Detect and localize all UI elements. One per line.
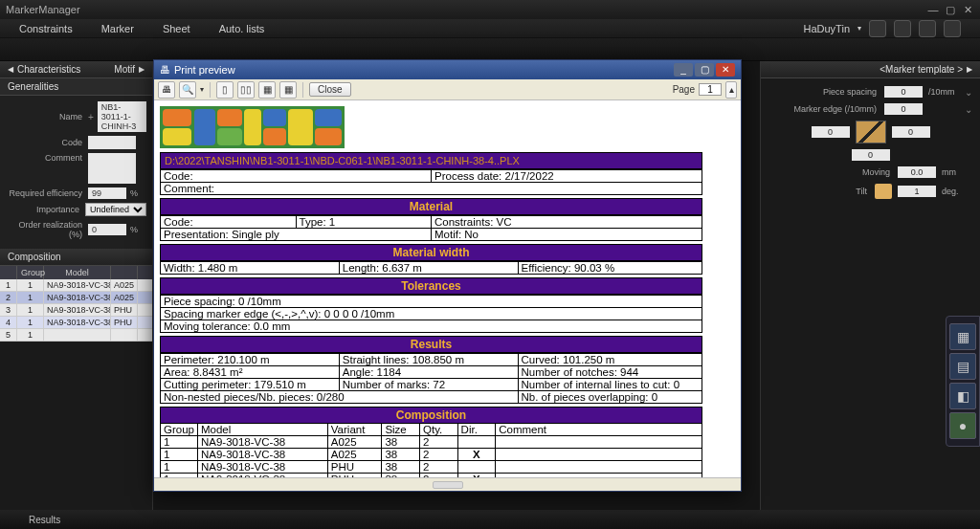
marker-thumbnail [160,106,345,148]
tool-icon-4[interactable] [944,20,961,37]
chevron-down-icon[interactable]: ⌄ [965,87,972,98]
dialog-title-text: Print preview [174,64,235,76]
dialog-max-icon[interactable]: ▢ [695,63,714,77]
dock-tabs: ▦ ▤ ◧ ● [946,316,980,447]
tool-icon-1[interactable] [869,20,886,37]
tool-icon-2[interactable] [894,20,911,37]
dialog-close-icon[interactable]: ✕ [716,63,735,77]
close-button[interactable]: Close [309,82,351,97]
code-field[interactable] [88,136,136,149]
print-preview-dialog: 🖶 Print preview _ ▢ ✕ 🖶 🔍 ▾ ▯ ▯▯ ▦ ▦ Clo… [153,59,742,492]
tol-header: Tolerances [160,277,702,295]
menu-sheet[interactable]: Sheet [163,23,190,34]
min-icon[interactable]: — [926,4,940,16]
footer: Results [0,510,980,529]
max-icon[interactable]: ▢ [944,4,957,16]
dialog-toolbar: 🖶 🔍 ▾ ▯ ▯▯ ▦ ▦ Close Page ▴ [154,79,741,100]
comp-row[interactable]: 21NA9-3018-VC-38A025 [0,292,152,304]
layout1-icon[interactable]: ▯ [216,81,234,99]
comp-header: GroupModel [0,266,152,279]
menu-autolists[interactable]: Auto. lists [219,23,265,34]
dialog-min-icon[interactable]: _ [674,63,693,77]
tilt-field[interactable]: 1 [898,186,936,197]
printer-icon: 🖶 [160,64,170,76]
comment-field[interactable] [88,153,136,184]
footer-results[interactable]: Results [29,515,60,525]
marker-edge-field[interactable]: 0 [884,103,923,115]
panel-motif[interactable]: Motif [114,64,135,75]
panel-characteristics[interactable]: ◀Characteristics Motif ▶ [0,61,152,78]
dialog-statusbar[interactable] [154,477,741,491]
comp-row[interactable]: 31NA9-3018-VC-38PHU [0,304,152,317]
dock-icon-3[interactable]: ◧ [949,383,976,409]
moving-field[interactable]: 0.0 [898,166,936,178]
edge-right[interactable]: 0 [892,126,930,138]
piece-spacing-field[interactable]: 0 [884,86,923,98]
order-real-field[interactable]: 0 [88,224,126,235]
edge-left[interactable]: 0 [812,126,850,138]
dialog-body[interactable]: D:\2022\TANSHIN\NB1-3011-1\NBD-C061-1\NB… [154,100,741,477]
print-icon[interactable]: 🖶 [158,81,175,99]
importance-select[interactable]: Undefined [85,203,146,216]
menu-marker[interactable]: Marker [101,23,134,34]
req-eff-field[interactable]: 99 [88,187,126,199]
layout2-icon[interactable]: ▯▯ [237,81,255,99]
panel-composition[interactable]: Composition [0,249,152,266]
page-label: Page [673,84,695,95]
material-header: Material [160,198,702,215]
user-name[interactable]: HaDuyTin [804,23,851,34]
chevron-down-icon[interactable]: ⌄ [965,104,972,115]
layout3-icon[interactable]: ▦ [258,81,276,99]
close-icon[interactable]: ✕ [961,4,974,16]
page-input[interactable] [699,83,722,96]
dock-icon-1[interactable]: ▦ [949,323,976,350]
edge-bottom[interactable]: 0 [852,149,890,161]
edge-swatch-icon [856,121,886,143]
comp-row[interactable]: 51 [0,329,152,342]
width-header: Material width [160,244,702,261]
comp-row[interactable]: 11NA9-3018-VC-38A025 [0,279,152,292]
layout4-icon[interactable]: ▦ [279,81,297,99]
tool-icon-3[interactable] [919,20,936,37]
dock-icon-4[interactable]: ● [949,412,976,439]
app-title: MarkerManager [6,4,80,15]
zoom-icon[interactable]: 🔍 [179,81,196,99]
comp-header: Composition [160,407,702,424]
comp-row[interactable]: 41NA9-3018-VC-38PHU [0,317,152,329]
panel-marker-template[interactable]: <Marker template >▶ [761,61,980,78]
page-spinner[interactable]: ▴ [725,81,737,99]
name-field[interactable]: NB1-3011-1-CHINH-3 [98,101,146,132]
panel-generalities[interactable]: Generalities [0,78,152,96]
menu-constraints[interactable]: Constraints [19,23,73,34]
toolbar-row [0,38,980,61]
app-titlebar: MarkerManager — ▢ ✕ [0,0,980,19]
menubar: Constraints Marker Sheet Auto. lists HaD… [0,19,980,38]
name-header: D:\2022\TANSHIN\NB1-3011-1\NBD-C061-1\NB… [160,152,702,169]
dialog-titlebar[interactable]: 🖶 Print preview _ ▢ ✕ [154,60,741,79]
dock-icon-2[interactable]: ▤ [949,353,976,380]
tilt-icon [875,184,892,199]
res-header: Results [160,336,702,353]
